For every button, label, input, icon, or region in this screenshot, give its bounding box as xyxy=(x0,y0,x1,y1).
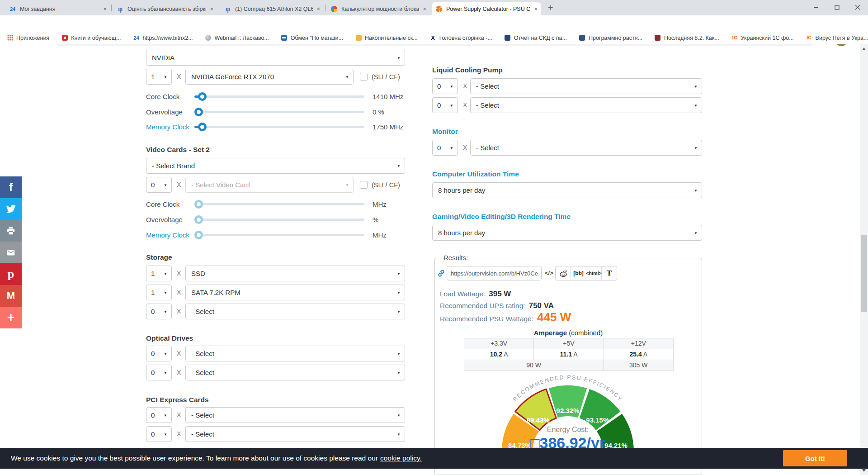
energy-cost-label: Energy Cost: xyxy=(523,426,613,434)
new-tab-button[interactable]: + xyxy=(548,3,553,13)
slider-thumb[interactable] xyxy=(198,123,207,131)
memory-clock-slider-2[interactable] xyxy=(194,234,364,236)
bookmark-item[interactable]: Последняя 8.2. Как... xyxy=(654,34,719,42)
liquid1-type-select[interactable]: - Select▼ xyxy=(470,78,702,94)
browser-tab-active[interactable]: Power Supply Calculator - PSU Ca × xyxy=(432,2,541,15)
slider-thumb[interactable] xyxy=(194,200,203,209)
utilization-select[interactable]: 8 hours per day▼ xyxy=(432,182,702,198)
cookie-accept-button[interactable]: Got it! xyxy=(783,450,847,466)
multiply-label: X xyxy=(177,411,181,418)
share-url-input[interactable]: https://outervision.com/b/HVz0Ce xyxy=(447,266,542,280)
gaming-time-select[interactable]: 8 hours per day▼ xyxy=(432,225,702,241)
twitter-share-button[interactable] xyxy=(0,198,22,220)
scroll-up-arrow[interactable] xyxy=(862,48,866,50)
slider-thumb[interactable] xyxy=(198,92,207,101)
tab-close-icon[interactable]: × xyxy=(316,5,320,12)
core-clock-slider-2[interactable] xyxy=(194,203,364,205)
pci1-type-select[interactable]: - Select▼ xyxy=(185,407,405,423)
embed-code-icon[interactable]: </> xyxy=(545,270,553,276)
gpu2-model-select[interactable]: - Select Video Card ▼ xyxy=(185,177,354,193)
gpu1-sli-checkbox[interactable] xyxy=(360,73,368,81)
bookmark-item[interactable]: Х Головна сторінка -... xyxy=(429,34,492,42)
tab-close-icon[interactable]: × xyxy=(423,5,426,12)
ups-rating-value: 750 VA xyxy=(529,301,554,310)
storage1-count-select[interactable]: 1▼ xyxy=(146,266,172,281)
gpu2-brand-select[interactable]: - Select Brand ▼ xyxy=(146,158,405,174)
monitor-type-select[interactable]: - Select▼ xyxy=(470,140,702,156)
storage2-value: SATA 7.2K RPM xyxy=(191,289,241,296)
tab-close-icon[interactable]: × xyxy=(103,5,107,12)
window-close-button[interactable] xyxy=(847,0,868,14)
optical2-count-select[interactable]: 0▼ xyxy=(146,365,172,380)
window-minimize-button[interactable] xyxy=(806,0,826,14)
pinterest-share-button[interactable]: p xyxy=(0,263,22,285)
gpu2-sli-checkbox[interactable] xyxy=(360,181,368,189)
bookmark-item[interactable]: 1С Украинский 1С фо... xyxy=(731,34,794,42)
gpu2-count-select[interactable]: 0 ▼ xyxy=(146,177,172,193)
bookmark-item[interactable]: Программно растя... xyxy=(579,34,642,42)
overvoltage-slider-2[interactable] xyxy=(194,218,364,221)
overvoltage-label: Overvoltage xyxy=(146,108,183,116)
gpu1-brand-select[interactable]: NVIDIA ▼ xyxy=(146,50,405,66)
optical2-type-select[interactable]: - Select▼ xyxy=(185,365,405,380)
memory-clock-slider[interactable] xyxy=(194,126,364,128)
gmail-share-button[interactable]: M xyxy=(0,285,22,307)
count-value: 1 xyxy=(151,270,155,277)
storage3-type-select[interactable]: - Select▼ xyxy=(185,304,405,319)
window-maximize-button[interactable] xyxy=(826,0,847,14)
browser-tab-1[interactable]: 24 Мої завдання × xyxy=(5,2,110,15)
reddit-icon[interactable] xyxy=(556,266,571,280)
scrollbar-thumb[interactable] xyxy=(861,235,867,312)
bookmark-item[interactable]: Книги и обучающ... xyxy=(61,34,121,42)
bookmark-item[interactable]: Отчет на СКД с па... xyxy=(504,34,567,42)
email-share-button[interactable] xyxy=(0,242,22,263)
amps-5v: 11.1 A xyxy=(534,349,604,360)
liquid2-type-select[interactable]: - Select▼ xyxy=(470,97,702,113)
pci1-count-select[interactable]: 0▼ xyxy=(146,407,172,423)
slider-thumb[interactable] xyxy=(194,215,203,224)
storage2-type-select[interactable]: SATA 7.2K RPM▼ xyxy=(185,285,405,300)
slider-thumb[interactable] xyxy=(194,231,203,239)
bookmark-item[interactable]: 24 https://www.bitrix2... xyxy=(132,34,193,42)
pci2-type-select[interactable]: - Select▼ xyxy=(185,426,405,442)
memory-clock-link[interactable]: Memory Clock xyxy=(146,231,189,239)
bookmark-item[interactable]: Приложения xyxy=(6,34,49,42)
bookmark-item[interactable]: ІС Вирус Петя в Укра... xyxy=(806,34,868,42)
liquid2-count-select[interactable]: 0▼ xyxy=(432,97,458,113)
cookie-policy-link[interactable]: cookie policy. xyxy=(380,454,422,462)
monitor-header[interactable]: Monitor xyxy=(432,128,458,136)
scrollbar[interactable] xyxy=(860,44,868,475)
tab-close-icon[interactable]: × xyxy=(534,5,538,12)
browser-tab-4[interactable]: Калькулятор мощности блока п × xyxy=(327,2,430,15)
browser-tab-3[interactable]: φ (1) Compaq 615 Athlon X2 QL64/ × xyxy=(221,2,324,15)
storage1-type-select[interactable]: SSD▼ xyxy=(185,266,405,281)
storage2-count-select[interactable]: 1▼ xyxy=(146,285,172,300)
storage3-count-select[interactable]: 0▼ xyxy=(146,304,172,319)
overvoltage-slider[interactable] xyxy=(194,111,364,113)
gpu1-count-select[interactable]: 1 ▼ xyxy=(146,69,172,85)
tab-close-icon[interactable]: × xyxy=(210,5,213,12)
bookmark-item[interactable]: Обмен "По магази... xyxy=(281,34,343,42)
core-clock-slider[interactable] xyxy=(194,95,364,98)
bbcode-icon[interactable]: [bb] xyxy=(571,266,586,280)
share-link-icon[interactable] xyxy=(437,269,446,278)
html-code-icon[interactable]: <html> xyxy=(586,266,602,280)
optical1-type-select[interactable]: - Select▼ xyxy=(185,346,405,361)
browser-tab-2[interactable]: φ Оцініть збалансованість збірки × xyxy=(113,2,217,15)
more-share-button[interactable]: + xyxy=(0,307,22,328)
facebook-share-button[interactable]: f xyxy=(0,176,22,198)
slider-thumb[interactable] xyxy=(194,108,203,116)
monitor-count-select[interactable]: 0▼ xyxy=(432,140,458,156)
liquid1-count-select[interactable]: 0▼ xyxy=(432,78,458,94)
bookmark-item[interactable]: Накопительные ск... xyxy=(355,34,418,42)
optical1-count-select[interactable]: 0▼ xyxy=(146,346,172,361)
memory-clock-link[interactable]: Memory Clock xyxy=(146,123,189,131)
utilization-header[interactable]: Computer Utilization Time xyxy=(432,170,519,178)
gpu1-model-select[interactable]: NVIDIA GeForce RTX 2070 ▼ xyxy=(185,69,354,85)
bookmark-item[interactable]: Webmail :: Ласкаво... xyxy=(205,34,269,42)
print-share-button[interactable] xyxy=(0,220,22,242)
gaming-time-header[interactable]: Gaming/Video Editing/3D Rendering Time xyxy=(432,213,571,221)
text-format-icon[interactable]: T xyxy=(602,266,617,280)
scroll-down-arrow[interactable] xyxy=(862,469,866,472)
pci2-count-select[interactable]: 0▼ xyxy=(146,426,172,442)
